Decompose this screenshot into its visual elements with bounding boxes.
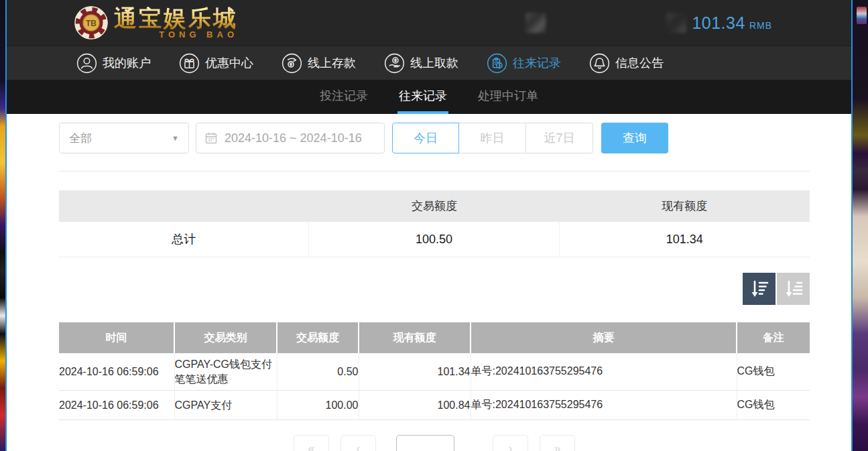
logo-title: 通宝娱乐城 xyxy=(114,7,238,29)
sort-descending-button[interactable] xyxy=(743,273,776,305)
bell-icon xyxy=(589,53,610,74)
cell-transaction-amount: 100.00 xyxy=(277,391,359,420)
filter-bar: 全部 ▼ 2024-10-16 ~ 2024-10-16 今日 昨日 xyxy=(59,123,810,153)
nav-label: 往来记录 xyxy=(513,55,561,71)
pagination-next-button[interactable]: › xyxy=(493,435,528,451)
header-transaction-type: 交易类别 xyxy=(174,322,277,353)
withdraw-icon xyxy=(384,53,405,74)
table-row: 2024-10-16 06:59:06 CGPAY-CG钱包支付笔笔送优惠 0.… xyxy=(59,353,810,391)
records-header-row: 时间 交易类别 交易额度 现有额度 摘要 备注 xyxy=(59,322,810,353)
nav-item-promotions[interactable]: 优惠中心 xyxy=(179,53,253,74)
cell-time: 2024-10-16 06:59:06 xyxy=(59,391,174,420)
floating-widget-edge xyxy=(857,7,867,24)
cell-summary: 单号:202410163755295476 xyxy=(471,353,737,391)
records-icon xyxy=(487,53,507,74)
calendar-icon xyxy=(204,131,218,145)
last7days-button[interactable]: 近7日 xyxy=(526,123,593,153)
cell-note: CG钱包 xyxy=(737,391,810,420)
background-artwork-right xyxy=(853,0,868,451)
nav-label: 线上取款 xyxy=(410,55,458,71)
transaction-type-value: 全部 xyxy=(69,131,92,146)
table-row: 2024-10-16 06:59:06 CGPAY支付 100.00 100.8… xyxy=(59,391,810,420)
quick-date-group: 今日 昨日 近7日 xyxy=(392,123,593,153)
summary-transaction-amount: 100.50 xyxy=(309,222,559,257)
balance-currency: RMB xyxy=(749,20,772,31)
logo-subtitle: TONG BAO xyxy=(114,30,238,39)
summary-total-label: 总计 xyxy=(59,222,309,257)
chevron-down-icon: ▼ xyxy=(172,134,179,142)
nav-item-withdraw[interactable]: 线上取款 xyxy=(384,53,458,74)
header-current-amount: 现有额度 xyxy=(359,322,471,353)
header-summary: 摘要 xyxy=(471,322,737,353)
header-transaction-amount: 交易额度 xyxy=(277,322,359,353)
cell-transaction-type: CGPAY-CG钱包支付笔笔送优惠 xyxy=(174,353,277,391)
cell-summary: 单号:202410163755295476 xyxy=(471,391,737,420)
records-table: 时间 交易类别 交易额度 现有额度 摘要 备注 2024-10-16 06:59… xyxy=(59,322,810,420)
cell-current-amount: 100.84 xyxy=(359,391,471,420)
cell-transaction-amount: 0.50 xyxy=(277,353,359,391)
date-range-picker[interactable]: 2024-10-16 ~ 2024-10-16 xyxy=(196,123,385,153)
sort-descending-icon xyxy=(749,279,769,298)
date-range-value: 2024-10-16 ~ 2024-10-16 xyxy=(225,131,362,145)
sort-ascending-icon xyxy=(784,279,804,298)
search-button[interactable]: 查询 xyxy=(601,123,668,153)
page-container: TB 通宝娱乐城 TONG BAO 101.34 RMB 我的账户 xyxy=(5,0,853,451)
record-tabs: 投注记录 往来记录 处理中订单 xyxy=(7,80,851,114)
balance-amount: 101.34 xyxy=(692,13,745,33)
nav-label: 我的账户 xyxy=(103,55,151,71)
gift-icon xyxy=(179,53,200,74)
poker-chip-icon: TB xyxy=(74,5,109,40)
summary-header-row: 交易额度 现有额度 xyxy=(59,190,810,222)
site-logo[interactable]: TB 通宝娱乐城 TONG BAO xyxy=(74,5,238,40)
yesterday-button[interactable]: 昨日 xyxy=(459,123,526,153)
pagination-first-button[interactable]: « xyxy=(294,435,329,451)
pagination-last-button[interactable]: » xyxy=(540,435,575,451)
transaction-type-select[interactable]: 全部 ▼ xyxy=(59,123,189,153)
nav-item-deposit[interactable]: 线上存款 xyxy=(282,53,356,74)
cell-current-amount: 101.34 xyxy=(359,353,471,391)
pagination-page-input[interactable] xyxy=(396,435,454,451)
user-icon xyxy=(76,53,97,74)
cell-note: CG钱包 xyxy=(737,353,810,391)
balance-display: 101.34 RMB xyxy=(692,13,772,33)
tab-transaction-records[interactable]: 往来记录 xyxy=(397,80,448,114)
user-box: 101.34 RMB xyxy=(525,0,772,46)
sort-controls xyxy=(59,273,810,305)
sort-ascending-button[interactable] xyxy=(777,273,810,305)
section-divider xyxy=(59,171,810,172)
summary-total-row: 总计 100.50 101.34 xyxy=(59,222,810,257)
deposit-icon xyxy=(282,53,302,74)
nav-label: 优惠中心 xyxy=(205,55,253,71)
pagination-prev-button[interactable]: ‹ xyxy=(340,435,376,451)
blurred-wallet-icon xyxy=(666,13,686,33)
header-note: 备注 xyxy=(737,322,810,353)
summary-current-amount: 101.34 xyxy=(560,222,810,257)
tab-betting-records[interactable]: 投注记录 xyxy=(318,80,369,114)
summary-header-transaction-amount: 交易额度 xyxy=(309,190,559,222)
blurred-username xyxy=(552,16,627,29)
summary-table: 交易额度 现有额度 总计 100.50 101.34 xyxy=(59,190,810,257)
header-time: 时间 xyxy=(59,322,174,353)
nav-item-my-account[interactable]: 我的账户 xyxy=(76,53,151,74)
cell-time: 2024-10-16 06:59:06 xyxy=(59,353,174,391)
summary-header-current-amount: 现有额度 xyxy=(560,190,810,222)
nav-item-announcements[interactable]: 信息公告 xyxy=(589,53,664,74)
summary-header-empty xyxy=(59,190,309,222)
top-bar: TB 通宝娱乐城 TONG BAO 101.34 RMB xyxy=(7,0,851,46)
content-area: 全部 ▼ 2024-10-16 ~ 2024-10-16 今日 昨日 xyxy=(7,123,851,451)
nav-label: 线上存款 xyxy=(308,55,356,71)
nav-label: 信息公告 xyxy=(615,55,664,71)
main-navigation: 我的账户 优惠中心 线上存款 xyxy=(7,46,851,80)
blurred-avatar xyxy=(525,13,546,33)
nav-item-transaction-records[interactable]: 往来记录 xyxy=(487,53,561,74)
cell-transaction-type: CGPAY支付 xyxy=(174,391,277,420)
pagination: « ‹ › » xyxy=(59,435,810,451)
tab-pending-orders[interactable]: 处理中订单 xyxy=(477,80,540,114)
svg-text:TB: TB xyxy=(86,19,97,28)
today-button[interactable]: 今日 xyxy=(392,123,459,153)
background-artwork-left xyxy=(0,0,5,451)
